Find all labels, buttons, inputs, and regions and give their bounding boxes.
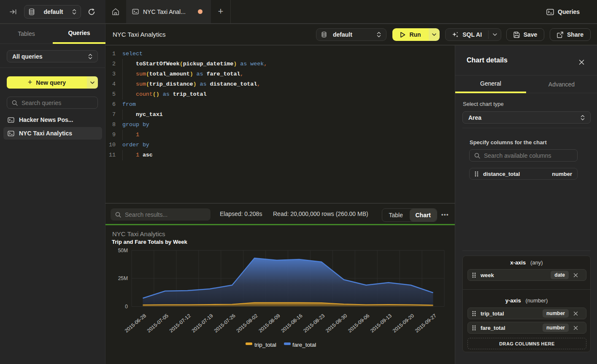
svg-text:2015-08-16: 2015-08-16 bbox=[280, 313, 303, 334]
svg-text:0: 0 bbox=[125, 304, 128, 310]
svg-text:2015-06-28: 2015-06-28 bbox=[124, 313, 147, 334]
svg-text:2015-07-05: 2015-07-05 bbox=[146, 313, 170, 334]
svg-text:2015-08-23: 2015-08-23 bbox=[302, 313, 326, 334]
svg-text:50M: 50M bbox=[118, 248, 128, 253]
svg-text:2015-09-13: 2015-09-13 bbox=[369, 313, 393, 334]
svg-text:2015-07-12: 2015-07-12 bbox=[168, 313, 192, 334]
svg-text:2015-07-19: 2015-07-19 bbox=[191, 313, 214, 334]
svg-text:2015-08-09: 2015-08-09 bbox=[257, 313, 281, 334]
svg-text:25M: 25M bbox=[118, 275, 128, 281]
svg-text:fare_total: fare_total bbox=[292, 342, 316, 348]
svg-text:2015-09-27: 2015-09-27 bbox=[414, 313, 438, 334]
svg-text:2015-09-20: 2015-09-20 bbox=[392, 313, 415, 334]
svg-text:2015-07-26: 2015-07-26 bbox=[213, 313, 237, 334]
svg-text:2015-08-30: 2015-08-30 bbox=[324, 313, 348, 334]
svg-text:2015-09-06: 2015-09-06 bbox=[347, 313, 370, 334]
svg-text:trip_total: trip_total bbox=[254, 342, 276, 348]
svg-text:2015-08-02: 2015-08-02 bbox=[235, 313, 259, 334]
